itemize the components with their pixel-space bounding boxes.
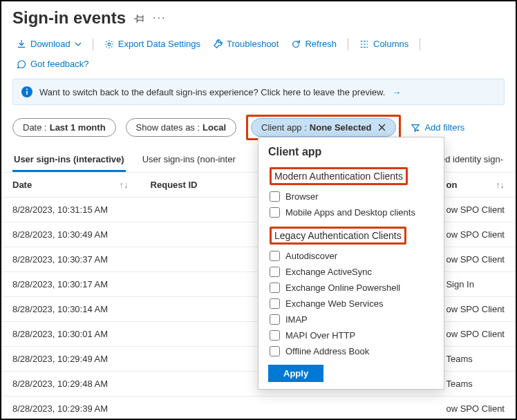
option-checkbox[interactable] xyxy=(270,251,280,261)
preview-banner: Want to switch back to the default sign-… xyxy=(12,79,505,105)
cell-hidden xyxy=(256,397,440,421)
cell-app-tail: ow SPO Client xyxy=(440,397,516,421)
cell-date: 8/28/2023, 10:30:37 AM xyxy=(1,247,140,272)
cell-date: 8/28/2023, 10:30:01 AM xyxy=(1,322,140,347)
add-filters-button[interactable]: Add filters xyxy=(411,122,464,133)
filter-showdates-label: Show dates as : xyxy=(136,122,200,133)
filter-date-value: Last 1 month xyxy=(50,122,106,133)
filter-pill-clientapp[interactable]: Client app : None Selected xyxy=(251,118,396,137)
troubleshoot-label: Troubleshoot xyxy=(227,39,279,49)
cell-request xyxy=(140,222,256,247)
option-checkbox[interactable] xyxy=(270,283,280,293)
filter-date-label: Date : xyxy=(23,122,47,133)
cell-app-tail: ow SPO Client xyxy=(440,247,516,272)
highlight-legacy-group: Legacy Authentication Clients xyxy=(268,225,433,247)
banner-text: Want to switch back to the default sign-… xyxy=(39,87,385,97)
option-label: Exchange Web Services xyxy=(285,298,383,309)
option-label: IMAP xyxy=(285,314,308,325)
column-header-date[interactable]: Date ↑↓ xyxy=(1,173,140,198)
refresh-button[interactable]: Refresh xyxy=(287,36,341,52)
columns-icon xyxy=(359,39,369,49)
option-checkbox[interactable] xyxy=(270,267,280,277)
filter-pill-showdates[interactable]: Show dates as : Local xyxy=(126,118,236,137)
option-label: Exchange ActiveSync xyxy=(285,267,372,277)
sort-icon[interactable]: ↑↓ xyxy=(496,180,505,190)
filter-showdates-value: Local xyxy=(203,122,226,133)
column-header-app-tail[interactable]: on ↑↓ xyxy=(440,173,516,198)
sort-icon[interactable]: ↑↓ xyxy=(120,180,129,190)
svg-rect-2 xyxy=(26,91,28,95)
cell-request xyxy=(140,372,256,397)
add-filters-label: Add filters xyxy=(424,122,464,133)
tab-interactive[interactable]: User sign-ins (interactive) xyxy=(12,150,126,172)
option-checkbox[interactable] xyxy=(270,191,280,202)
option-label: Browser xyxy=(285,191,319,202)
filter-clientapp-label: Client app : xyxy=(261,122,307,133)
export-label: Export Data Settings xyxy=(118,39,200,49)
cell-date: 8/28/2023, 10:30:14 AM xyxy=(1,297,140,322)
option-checkbox[interactable] xyxy=(270,330,280,341)
option-label: MAPI Over HTTP xyxy=(285,330,355,341)
dropdown-option[interactable]: Exchange Web Services xyxy=(268,296,433,312)
dropdown-option[interactable]: Offline Address Book xyxy=(268,343,433,359)
more-icon[interactable]: ··· xyxy=(153,12,166,24)
option-checkbox[interactable] xyxy=(270,298,280,309)
download-button[interactable]: Download xyxy=(12,36,86,52)
option-checkbox[interactable] xyxy=(270,346,280,356)
cell-request xyxy=(140,322,256,347)
cell-app-tail: ow SPO Client xyxy=(440,297,516,322)
refresh-icon xyxy=(291,39,301,49)
dropdown-scroll[interactable]: Modern Authentication Clients BrowserMob… xyxy=(268,164,440,359)
svg-point-3 xyxy=(26,88,28,90)
cell-date: 8/28/2023, 10:30:49 AM xyxy=(1,222,140,247)
apply-button[interactable]: Apply xyxy=(268,365,323,382)
cell-request xyxy=(140,247,256,272)
download-icon xyxy=(17,39,26,49)
add-filter-icon xyxy=(411,123,420,133)
option-label: Exchange Online Powershell xyxy=(285,283,400,293)
option-checkbox[interactable] xyxy=(270,314,280,325)
cell-app-tail: Teams xyxy=(440,347,516,372)
cell-app-tail: Teams xyxy=(440,372,516,397)
info-icon xyxy=(21,86,32,97)
download-label: Download xyxy=(30,39,70,49)
cell-date: 8/28/2023, 10:29:49 AM xyxy=(1,347,140,372)
dropdown-option[interactable]: Mobile Apps and Desktop clients xyxy=(268,204,433,220)
cell-date: 8/28/2023, 10:30:17 AM xyxy=(1,272,140,297)
filter-pill-date[interactable]: Date : Last 1 month xyxy=(12,118,116,137)
export-settings-button[interactable]: Export Data Settings xyxy=(100,36,205,52)
columns-button[interactable]: Columns xyxy=(355,36,413,52)
page-title: Sign-in events xyxy=(12,8,126,28)
filter-clientapp-value: None Selected xyxy=(310,122,372,133)
table-row[interactable]: 8/28/2023, 10:29:39 AMow SPO Client xyxy=(1,397,516,421)
cell-app-tail: ow SPO Client xyxy=(440,322,516,347)
dropdown-option[interactable]: IMAP xyxy=(268,312,433,327)
troubleshoot-button[interactable]: Troubleshoot xyxy=(209,36,283,52)
tab-managed-identity[interactable]: ged identity sign- xyxy=(434,150,505,172)
dropdown-option[interactable]: MAPI Over HTTP xyxy=(268,327,433,343)
cell-app-tail: ow SPO Client xyxy=(440,222,516,247)
tab-noninteractive[interactable]: User sign-ins (non-inter xyxy=(141,150,237,172)
separator xyxy=(93,38,93,50)
dropdown-option[interactable]: Browser xyxy=(268,189,433,204)
pin-icon[interactable] xyxy=(134,13,144,23)
column-header-request[interactable]: Request ID xyxy=(140,173,256,198)
wrench-icon xyxy=(213,39,223,49)
cell-app-tail: ow SPO Client xyxy=(440,198,516,222)
svg-point-0 xyxy=(108,43,111,46)
cell-request xyxy=(140,297,256,322)
close-icon[interactable] xyxy=(378,124,386,131)
columns-label: Columns xyxy=(373,39,408,49)
chevron-down-icon xyxy=(75,41,82,48)
command-bar: Download Export Data Settings Troublesho… xyxy=(1,32,516,79)
dropdown-option[interactable]: Autodiscover xyxy=(268,248,433,264)
feedback-button[interactable]: Got feedback? xyxy=(12,56,93,72)
option-checkbox[interactable] xyxy=(270,207,280,218)
cell-request xyxy=(140,272,256,297)
option-label: Mobile Apps and Desktop clients xyxy=(285,207,415,218)
dropdown-option[interactable]: Exchange Online Powershell xyxy=(268,280,433,296)
banner-arrow-link[interactable]: → xyxy=(392,87,401,97)
cell-date: 8/28/2023, 10:31:15 AM xyxy=(1,198,140,222)
dropdown-option[interactable]: Exchange ActiveSync xyxy=(268,264,433,280)
cell-request xyxy=(140,347,256,372)
